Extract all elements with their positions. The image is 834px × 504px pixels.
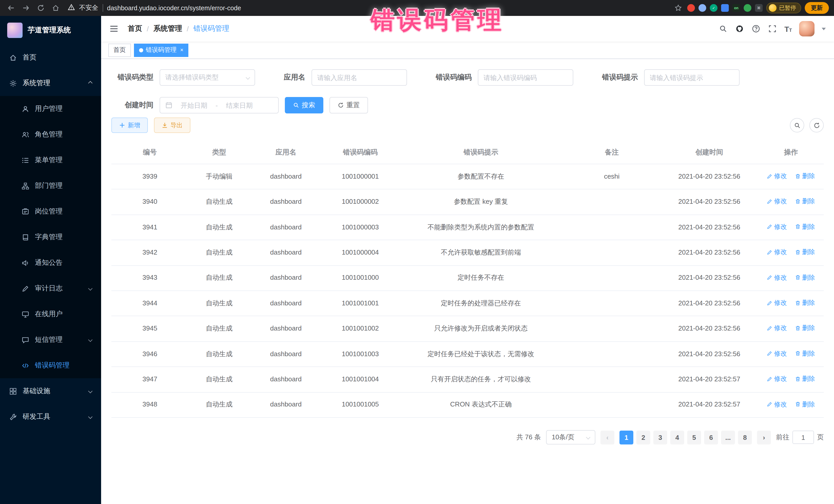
page-button-4[interactable]: 4: [670, 430, 684, 444]
page-button-6[interactable]: 6: [704, 430, 718, 444]
delete-button[interactable]: 删除: [795, 399, 815, 409]
extension-check-icon[interactable]: ✓: [710, 4, 718, 12]
sidebar-item-sms-management[interactable]: 短信管理: [0, 327, 101, 353]
edit-button[interactable]: 修改: [767, 399, 787, 409]
breadcrumb-home[interactable]: 首页: [128, 24, 142, 34]
sidebar-item-home[interactable]: 首页: [0, 45, 101, 70]
refresh-table-button[interactable]: [809, 118, 824, 132]
table-row: 3943 自动生成 dashboard 1001001000 定时任务不存在 2…: [111, 265, 824, 291]
cell-remark: [563, 265, 660, 291]
hamburger-icon[interactable]: [109, 24, 119, 34]
cell-code: 1001000001: [322, 164, 399, 190]
extension-grid-icon[interactable]: [721, 4, 729, 12]
close-icon[interactable]: ×: [180, 47, 183, 53]
reload-button[interactable]: [35, 2, 46, 14]
delete-button[interactable]: 删除: [795, 298, 815, 307]
breadcrumb-system[interactable]: 系统管理: [153, 24, 182, 34]
trash-icon: [795, 199, 800, 204]
browser-home-button[interactable]: [50, 2, 61, 14]
chevron-down-icon: [88, 389, 93, 393]
next-page-button[interactable]: ›: [757, 430, 771, 444]
export-button[interactable]: 导出: [154, 117, 191, 133]
delete-button[interactable]: 删除: [795, 374, 815, 384]
tab-home[interactable]: 首页: [108, 43, 131, 57]
help-icon[interactable]: [752, 24, 761, 34]
error-message-input[interactable]: [650, 74, 734, 81]
page-size-select[interactable]: 10条/页: [546, 430, 595, 444]
tab-error-code-management[interactable]: 错误码管理 ×: [134, 43, 189, 57]
sidebar-item-error-code-management[interactable]: 错误码管理: [0, 353, 101, 378]
sidebar-item-menu-management[interactable]: 菜单管理: [0, 147, 101, 173]
sidebar-item-post-management[interactable]: 岗位管理: [0, 199, 101, 224]
edit-button[interactable]: 修改: [767, 273, 787, 282]
cell-type: 自动生成: [188, 291, 250, 316]
home-icon: [9, 53, 17, 61]
pencil-icon: [22, 285, 29, 292]
page-button-1[interactable]: 1: [619, 430, 633, 444]
back-button[interactable]: [5, 2, 17, 14]
sidebar-item-audit-log[interactable]: 审计日志: [0, 276, 101, 301]
edit-button[interactable]: 修改: [767, 298, 787, 307]
edit-button[interactable]: 修改: [767, 349, 787, 358]
jump-page-input[interactable]: [792, 431, 814, 444]
sidebar-item-user-management[interactable]: 用户管理: [0, 96, 101, 122]
edit-button[interactable]: 修改: [767, 197, 787, 206]
edit-icon: [767, 325, 772, 331]
sidebar-item-online-users[interactable]: 在线用户: [0, 301, 101, 327]
page-button-8[interactable]: 8: [738, 430, 752, 444]
page-button-2[interactable]: 2: [636, 430, 650, 444]
header-search-icon[interactable]: [719, 24, 728, 34]
github-icon[interactable]: [735, 24, 744, 34]
edit-button[interactable]: 修改: [767, 222, 787, 232]
extension-green-icon[interactable]: [744, 4, 751, 12]
edit-button[interactable]: 修改: [767, 247, 787, 257]
error-code-input[interactable]: [483, 74, 568, 81]
fullscreen-icon[interactable]: [768, 24, 777, 34]
paused-badge[interactable]: 已暂停: [766, 3, 801, 13]
filter-time-group: 创建时间 -: [111, 97, 279, 113]
error-code-label: 错误码编码: [436, 73, 471, 82]
end-date-input[interactable]: [220, 101, 259, 109]
add-button[interactable]: 新增: [111, 117, 148, 133]
sidebar-item-infrastructure[interactable]: 基础设施: [0, 378, 101, 404]
font-size-icon[interactable]: TT: [785, 25, 792, 32]
edit-button[interactable]: 修改: [767, 324, 787, 333]
forward-button[interactable]: [20, 2, 31, 14]
edit-button[interactable]: 修改: [767, 171, 787, 181]
prev-page-button[interactable]: ‹: [600, 430, 614, 444]
page-button-5[interactable]: 5: [687, 430, 701, 444]
avatar-caret-icon[interactable]: [822, 27, 826, 30]
edit-button[interactable]: 修改: [767, 374, 787, 384]
extension-puzzle-icon[interactable]: ⌘: [755, 4, 763, 12]
delete-button[interactable]: 删除: [795, 171, 815, 181]
sidebar-item-dev-tools[interactable]: 研发工具: [0, 404, 101, 430]
delete-button[interactable]: 删除: [795, 349, 815, 358]
address-bar[interactable]: 不安全 dashboard.yudao.iocoder.cn/system/er…: [68, 4, 669, 12]
update-button[interactable]: 更新: [805, 2, 829, 14]
error-type-select[interactable]: 请选择错误码类型: [160, 69, 255, 86]
extension-on-icon[interactable]: on: [732, 4, 740, 12]
extension-blue-icon[interactable]: [699, 4, 706, 12]
date-range-picker[interactable]: -: [160, 97, 279, 113]
delete-button[interactable]: 删除: [795, 273, 815, 282]
app-name-input[interactable]: [317, 74, 401, 81]
search-button[interactable]: 搜索: [285, 97, 323, 113]
delete-button[interactable]: 删除: [795, 197, 815, 206]
delete-button[interactable]: 删除: [795, 324, 815, 333]
start-date-input[interactable]: [175, 101, 214, 109]
navbar-actions: TT: [719, 21, 826, 37]
reset-button[interactable]: 重置: [329, 97, 368, 113]
sidebar-item-dept-management[interactable]: 部门管理: [0, 173, 101, 199]
page-button-3[interactable]: 3: [653, 430, 667, 444]
bookmark-star-icon[interactable]: [672, 2, 684, 14]
cell-type: 自动生成: [188, 367, 250, 392]
extension-red-icon[interactable]: [687, 4, 695, 12]
delete-button[interactable]: 删除: [795, 222, 815, 232]
avatar[interactable]: [799, 21, 814, 37]
sidebar-item-notice-announcement[interactable]: 通知公告: [0, 250, 101, 276]
sidebar-item-system-management[interactable]: 系统管理: [0, 70, 101, 96]
toggle-search-button[interactable]: [790, 118, 804, 132]
sidebar-item-dict-management[interactable]: 字典管理: [0, 224, 101, 250]
sidebar-item-role-management[interactable]: 角色管理: [0, 122, 101, 147]
delete-button[interactable]: 删除: [795, 247, 815, 257]
